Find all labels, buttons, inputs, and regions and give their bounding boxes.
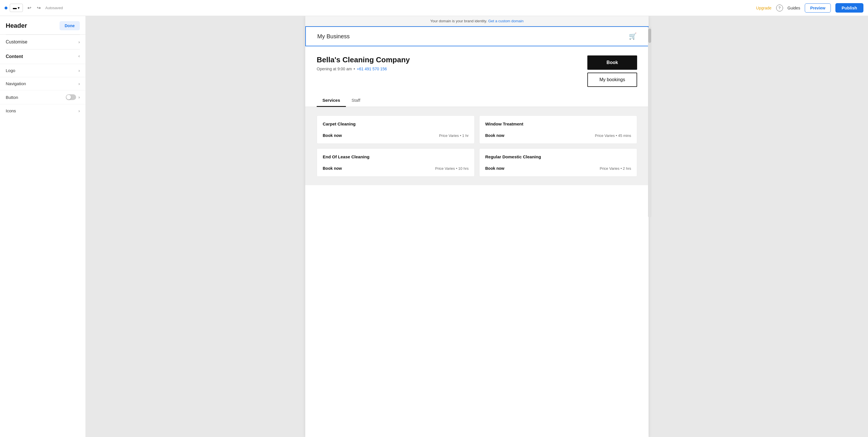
service-meta-domestic: Price Varies • 2 hrs — [600, 166, 631, 171]
service-book-carpet[interactable]: Book now — [323, 133, 342, 138]
content-chevron-icon: › — [79, 54, 80, 59]
services-grid: Carpet Cleaning Book now Price Varies • … — [317, 115, 637, 177]
publish-button[interactable]: Publish — [835, 3, 863, 12]
icons-chevron-icon: › — [79, 109, 80, 113]
left-panel: Header Done Customise › Content › Logo ›… — [0, 16, 86, 437]
cart-icon[interactable]: 🛒 — [629, 33, 637, 40]
service-book-domestic[interactable]: Book now — [485, 166, 504, 171]
tab-services[interactable]: Services — [317, 94, 346, 107]
domain-text: Your domain is your brand identity. — [430, 19, 487, 23]
service-meta-window: Price Varies • 45 mins — [595, 133, 631, 138]
services-area: Carpet Cleaning Book now Price Varies • … — [305, 107, 649, 185]
desktop-icon: ▬ — [13, 6, 17, 10]
service-card-end-lease: End Of Lease Cleaning Book now Price Var… — [317, 148, 475, 177]
customise-label: Customise — [6, 39, 28, 44]
autosaved-label: Autosaved — [45, 6, 63, 10]
service-name-domestic: Regular Domestic Cleaning — [485, 154, 631, 159]
logo-label: Logo — [6, 68, 15, 73]
service-card-carpet-cleaning: Carpet Cleaning Book now Price Varies • … — [317, 115, 475, 144]
logo-chevron-icon: › — [79, 68, 80, 73]
toggle-knob — [66, 95, 71, 99]
book-button[interactable]: Book — [587, 56, 637, 70]
service-name-lease: End Of Lease Cleaning — [323, 154, 469, 159]
upgrade-link[interactable]: Upgrade — [756, 6, 772, 10]
service-footer-lease: Book now Price Varies • 10 hrs — [323, 166, 469, 171]
undo-redo-group: ↩ ↪ — [25, 3, 43, 12]
tabs-row: Services Staff — [305, 94, 649, 107]
tab-staff[interactable]: Staff — [346, 94, 366, 107]
business-info: Bella's Cleaning Company Opening at 9:00… — [317, 56, 410, 71]
main-layout: Header Done Customise › Content › Logo ›… — [0, 16, 868, 437]
button-label: Button — [6, 95, 18, 100]
navigation-label: Navigation — [6, 81, 26, 86]
preview-button[interactable]: Preview — [805, 3, 831, 12]
chevron-down-icon: ▾ — [18, 6, 20, 10]
my-bookings-button[interactable]: My bookings — [587, 73, 637, 87]
custom-domain-link[interactable]: Get a custom domain — [488, 19, 524, 23]
help-button[interactable]: ? — [776, 5, 783, 11]
button-toggle-group: › — [66, 94, 80, 100]
done-button[interactable]: Done — [60, 21, 80, 30]
toolbar-left: ▬ ▾ ↩ ↪ Autosaved — [5, 3, 63, 12]
service-card-window-treatment: Window Treatment Book now Price Varies •… — [479, 115, 637, 144]
device-selector-button[interactable]: ▬ ▾ — [10, 4, 23, 12]
business-actions: Book My bookings — [587, 56, 637, 87]
business-name: Bella's Cleaning Company — [317, 56, 410, 64]
panel-title: Header — [6, 22, 27, 29]
button-chevron-icon: › — [79, 95, 80, 99]
business-meta: Opening at 9:00 am • +61 491 570 156 — [317, 67, 410, 71]
redo-button[interactable]: ↪ — [35, 3, 43, 12]
service-meta-lease: Price Varies • 10 hrs — [435, 166, 469, 171]
button-subsection[interactable]: Button › — [0, 90, 86, 104]
preview-frame: Your domain is your brand identity. Get … — [305, 16, 649, 437]
guides-button[interactable]: Guides — [787, 6, 800, 10]
service-card-domestic: Regular Domestic Cleaning Book now Price… — [479, 148, 637, 177]
toolbar: ▬ ▾ ↩ ↪ Autosaved Upgrade ? Guides Previ… — [0, 0, 868, 16]
service-name-window: Window Treatment — [485, 122, 631, 126]
domain-banner: Your domain is your brand identity. Get … — [305, 16, 649, 26]
service-book-window[interactable]: Book now — [485, 133, 504, 138]
logo-subsection[interactable]: Logo › — [0, 64, 86, 77]
content-label: Content — [6, 54, 23, 59]
site-name: My Business — [317, 33, 350, 40]
navigation-chevron-icon: › — [79, 81, 80, 86]
site-header[interactable]: My Business 🛒 — [305, 26, 649, 46]
meta-dot: • — [353, 67, 355, 71]
scrollbar-track[interactable] — [648, 27, 651, 217]
service-footer-window: Book now Price Varies • 45 mins — [485, 133, 631, 138]
scrollbar-thumb[interactable] — [648, 29, 651, 43]
content-section[interactable]: Content › — [0, 49, 86, 64]
service-footer-carpet: Book now Price Varies • 1 hr — [323, 133, 469, 138]
customise-section[interactable]: Customise › — [0, 35, 86, 49]
customise-chevron-icon: › — [79, 40, 80, 44]
preview-area: Your domain is your brand identity. Get … — [86, 16, 868, 437]
business-section: Bella's Cleaning Company Opening at 9:00… — [305, 46, 649, 94]
icons-label: Icons — [6, 108, 16, 113]
opening-text: Opening at 9:00 am — [317, 67, 352, 71]
button-toggle[interactable] — [66, 94, 76, 100]
service-footer-domestic: Book now Price Varies • 2 hrs — [485, 166, 631, 171]
unsaved-dot — [5, 7, 7, 9]
navigation-subsection[interactable]: Navigation › — [0, 77, 86, 90]
undo-button[interactable]: ↩ — [25, 3, 33, 12]
service-meta-carpet: Price Varies • 1 hr — [439, 133, 469, 138]
service-name-carpet: Carpet Cleaning — [323, 122, 469, 126]
panel-header: Header Done — [0, 16, 86, 35]
icons-subsection[interactable]: Icons › — [0, 104, 86, 117]
toolbar-right: Upgrade ? Guides Preview Publish — [756, 3, 863, 12]
phone-link[interactable]: +61 491 570 156 — [357, 67, 387, 71]
service-book-lease[interactable]: Book now — [323, 166, 342, 171]
